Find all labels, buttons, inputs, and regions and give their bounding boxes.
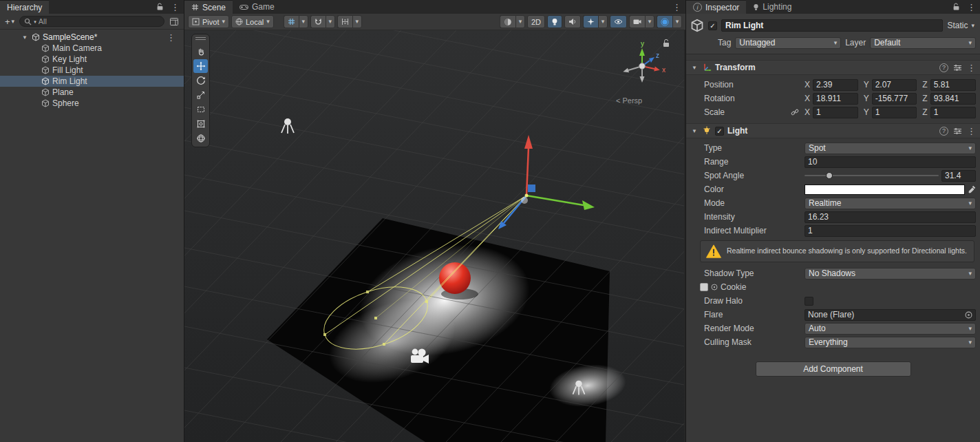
tab-game[interactable]: Game — [233, 0, 281, 14]
snap-magnet-toggle[interactable] — [310, 15, 326, 28]
shadow-type-dropdown[interactable]: No Shadows▾ — [805, 268, 976, 280]
add-component-button[interactable]: Add Component — [756, 361, 911, 377]
mode-dropdown[interactable]: Realtime▾ — [805, 198, 976, 209]
scale-z-field[interactable]: 1 — [930, 107, 976, 118]
snap-increment-dropdown[interactable]: ▾ — [352, 15, 362, 28]
hand-tool-button[interactable] — [193, 45, 208, 59]
move-tool-button[interactable] — [193, 59, 208, 73]
foldout-triangle-icon[interactable]: ▼ — [690, 65, 699, 71]
scale-y-field[interactable]: 1 — [872, 107, 917, 118]
light-component-header[interactable]: ▼ ✓ Light ? ⋮ — [686, 123, 980, 138]
hierarchy-menu-icon[interactable]: ⋮ — [167, 0, 184, 14]
camera-settings-toggle[interactable] — [629, 15, 645, 28]
help-icon[interactable]: ? — [939, 63, 948, 72]
hierarchy-item-rim-light[interactable]: Rim Light — [0, 76, 184, 87]
scene-audio-toggle[interactable] — [564, 15, 581, 28]
local-dropdown[interactable]: Local ▾ — [231, 15, 274, 28]
scene-viewport[interactable]: y z x < Persp — [184, 30, 685, 442]
rotation-x-field[interactable]: 18.911 — [813, 93, 858, 105]
pivot-dropdown[interactable]: Pivot ▾ — [188, 15, 229, 28]
draw-halo-checkbox[interactable] — [805, 297, 813, 306]
create-object-button[interactable]: + ▾ — [3, 17, 17, 27]
scale-x-field[interactable]: 1 — [813, 107, 858, 118]
foldout-triangle-icon[interactable]: ▼ — [690, 128, 699, 134]
axis-y-label[interactable]: y — [641, 40, 644, 48]
position-z-field[interactable]: 5.81 — [930, 79, 976, 91]
axis-z-label[interactable]: z — [656, 52, 659, 59]
camera-settings-dropdown[interactable]: ▾ — [645, 15, 654, 28]
link-scale-icon[interactable] — [791, 108, 799, 116]
hierarchy-item-sphere[interactable]: Sphere — [0, 98, 184, 109]
snap-magnet-dropdown[interactable]: ▾ — [326, 15, 335, 28]
static-dropdown[interactable]: Static ▾ — [947, 21, 976, 30]
light-enabled-checkbox[interactable]: ✓ — [715, 127, 724, 136]
hierarchy-search-input[interactable]: ▾ — [19, 16, 164, 27]
gameobject-name-field[interactable] — [721, 19, 943, 32]
search-filter-chevron-icon[interactable]: ▾ — [34, 19, 36, 24]
name-input[interactable] — [725, 21, 939, 30]
indirect-multiplier-field[interactable]: 1 — [805, 225, 976, 237]
hierarchy-item-main-camera[interactable]: Main Camera — [0, 43, 184, 54]
2d-toggle[interactable]: 2D — [527, 15, 545, 28]
gizmos-dropdown[interactable]: ▾ — [672, 15, 682, 28]
scene-lighting-toggle[interactable] — [547, 15, 562, 28]
shading-mode-toggle[interactable] — [500, 15, 515, 28]
scene-effects-toggle[interactable] — [583, 15, 598, 28]
inspector-menu-icon[interactable]: ⋮ — [963, 0, 980, 14]
component-menu-icon[interactable]: ⋮ — [967, 63, 976, 73]
culling-mask-dropdown[interactable]: Everything▾ — [805, 337, 976, 348]
position-y-field[interactable]: 2.07 — [872, 79, 917, 91]
snap-increment-toggle[interactable] — [337, 15, 352, 28]
active-checkbox[interactable]: ✓ — [708, 21, 717, 30]
tag-dropdown[interactable]: Untagged ▾ — [735, 37, 841, 49]
presets-icon[interactable] — [953, 127, 962, 135]
tab-scene[interactable]: Scene — [184, 0, 233, 14]
eyedropper-icon[interactable] — [968, 185, 976, 193]
render-mode-dropdown[interactable]: Auto▾ — [805, 323, 976, 335]
rotate-tool-button[interactable] — [193, 74, 208, 87]
component-menu-icon[interactable]: ⋮ — [967, 126, 976, 136]
grid-snap-toggle[interactable] — [284, 15, 299, 28]
flare-object-field[interactable]: None (Flare) — [805, 309, 976, 321]
hierarchy-item-key-light[interactable]: Key Light — [0, 54, 184, 65]
color-swatch[interactable] — [805, 185, 965, 195]
layer-dropdown[interactable]: Default ▾ — [870, 37, 976, 49]
hierarchy-search-field[interactable] — [39, 17, 160, 25]
scene-options-icon[interactable]: ⋮ — [162, 32, 180, 43]
intensity-field[interactable]: 16.23 — [805, 211, 976, 223]
grid-snap-dropdown[interactable]: ▾ — [299, 15, 308, 28]
spot-angle-slider[interactable] — [805, 171, 939, 180]
slider-thumb[interactable] — [826, 172, 833, 179]
shading-mode-dropdown[interactable]: ▾ — [515, 15, 525, 28]
rotation-z-field[interactable]: 93.841 — [930, 93, 976, 105]
foldout-triangle-icon[interactable]: ▼ — [21, 34, 29, 41]
scene-viewport-canvas[interactable]: y z x < Persp — [184, 30, 684, 442]
help-icon[interactable]: ? — [939, 127, 948, 136]
scale-tool-button[interactable] — [193, 88, 208, 102]
scene-menu-icon[interactable]: ⋮ — [668, 0, 685, 14]
scene-effects-dropdown[interactable]: ▾ — [598, 15, 608, 28]
scene-visibility-toggle[interactable] — [610, 15, 627, 28]
gizmos-toggle[interactable] — [657, 15, 672, 28]
hierarchy-item-plane[interactable]: Plane — [0, 87, 184, 98]
object-picker-icon[interactable] — [965, 311, 972, 319]
axis-x-label[interactable]: x — [662, 66, 665, 74]
spot-angle-field[interactable]: 31.4 — [941, 170, 976, 182]
perspective-label[interactable]: < Persp — [616, 96, 642, 105]
range-field[interactable]: 10 — [805, 156, 976, 168]
rotation-y-field[interactable]: -156.777 — [872, 93, 917, 105]
presets-icon[interactable] — [953, 64, 962, 72]
rect-tool-button[interactable] — [193, 103, 208, 116]
light-type-dropdown[interactable]: Spot▾ — [805, 143, 976, 154]
transform-component-header[interactable]: ▼ Transform ? ⋮ — [686, 60, 980, 75]
palette-grip-handle[interactable] — [195, 37, 206, 42]
lock-icon[interactable] — [950, 0, 963, 14]
lock-icon[interactable] — [153, 0, 167, 14]
custom-tool-button[interactable] — [193, 131, 208, 145]
cookie-checkbox[interactable] — [700, 283, 708, 291]
tab-hierarchy[interactable]: Hierarchy — [0, 0, 49, 14]
tab-lighting[interactable]: Lighting — [746, 0, 798, 14]
hierarchy-window-icon[interactable] — [167, 18, 181, 25]
hierarchy-scene-row[interactable]: ▼ SampleScene* ⋮ — [0, 32, 184, 43]
tab-inspector[interactable]: i Inspector — [686, 0, 746, 14]
